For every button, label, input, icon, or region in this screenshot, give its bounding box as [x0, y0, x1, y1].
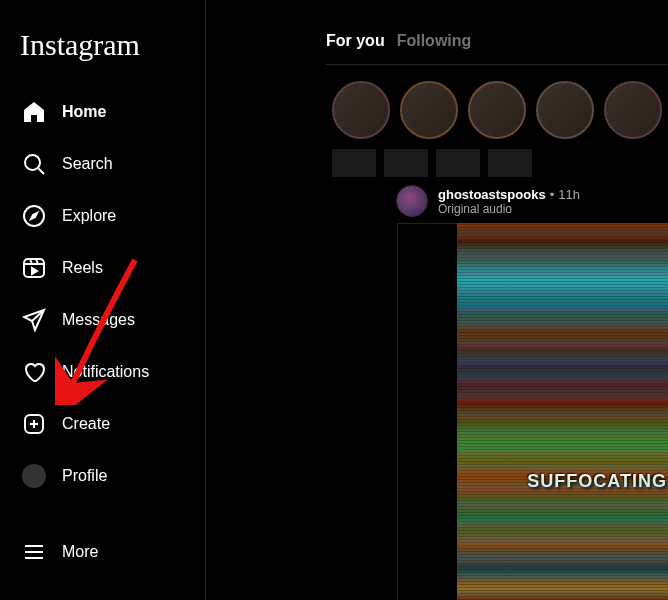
post-header: ghostoastspooks • 11h Original audio: [326, 177, 668, 227]
post-media[interactable]: SUFFOCATING FE: [457, 223, 668, 600]
story-thumb: [488, 149, 532, 177]
profile-avatar-icon: [22, 464, 46, 488]
feed-tabs: For you Following: [326, 32, 668, 64]
svg-rect-4: [24, 259, 44, 277]
post-separator: •: [550, 187, 555, 202]
story-circle[interactable]: [604, 81, 662, 139]
sidebar-item-reels[interactable]: Reels: [12, 244, 193, 292]
sidebar-item-label: Create: [62, 415, 110, 433]
plus-square-icon: [22, 412, 46, 436]
menu-icon: [22, 540, 46, 564]
sidebar-item-notifications[interactable]: Notifications: [12, 348, 193, 396]
tab-following[interactable]: Following: [397, 32, 472, 50]
story-thumbs: [326, 149, 668, 177]
sidebar: Instagram Home Search Explore Reels Mess…: [0, 0, 206, 600]
sidebar-item-profile[interactable]: Profile: [12, 452, 193, 500]
sidebar-item-label: Notifications: [62, 363, 149, 381]
sidebar-item-create[interactable]: Create: [12, 400, 193, 448]
svg-line-1: [39, 169, 45, 175]
post-frame: [397, 223, 457, 600]
sidebar-item-label: Search: [62, 155, 113, 173]
home-icon: [22, 100, 46, 124]
post-caption-overlay: SUFFOCATING FE: [527, 471, 668, 492]
sidebar-item-messages[interactable]: Messages: [12, 296, 193, 344]
heart-icon: [22, 360, 46, 384]
sidebar-item-label: Home: [62, 103, 106, 121]
stories-tray: [326, 73, 668, 155]
svg-marker-3: [31, 213, 37, 219]
post-audio[interactable]: Original audio: [438, 202, 580, 216]
divider: [326, 64, 668, 65]
sidebar-item-label: Profile: [62, 467, 107, 485]
story-circle[interactable]: [332, 81, 390, 139]
search-icon: [22, 152, 46, 176]
story-circle[interactable]: [536, 81, 594, 139]
story-circle[interactable]: [468, 81, 526, 139]
reels-icon: [22, 256, 46, 280]
post-avatar[interactable]: [396, 185, 428, 217]
sidebar-item-search[interactable]: Search: [12, 140, 193, 188]
post-username[interactable]: ghostoastspooks: [438, 187, 546, 202]
tab-for-you[interactable]: For you: [326, 32, 385, 50]
sidebar-item-label: Reels: [62, 259, 103, 277]
send-icon: [22, 308, 46, 332]
sidebar-item-label: Explore: [62, 207, 116, 225]
sidebar-item-home[interactable]: Home: [12, 88, 193, 136]
instagram-logo[interactable]: Instagram: [12, 8, 193, 86]
story-thumb: [332, 149, 376, 177]
sidebar-item-explore[interactable]: Explore: [12, 192, 193, 240]
sidebar-item-label: More: [62, 543, 98, 561]
story-circle[interactable]: [400, 81, 458, 139]
story-thumb: [436, 149, 480, 177]
svg-marker-8: [32, 268, 37, 274]
story-thumb: [384, 149, 428, 177]
sidebar-item-label: Messages: [62, 311, 135, 329]
svg-point-0: [25, 155, 40, 170]
sidebar-item-more[interactable]: More: [12, 528, 193, 576]
post-time: 11h: [558, 187, 580, 202]
compass-icon: [22, 204, 46, 228]
